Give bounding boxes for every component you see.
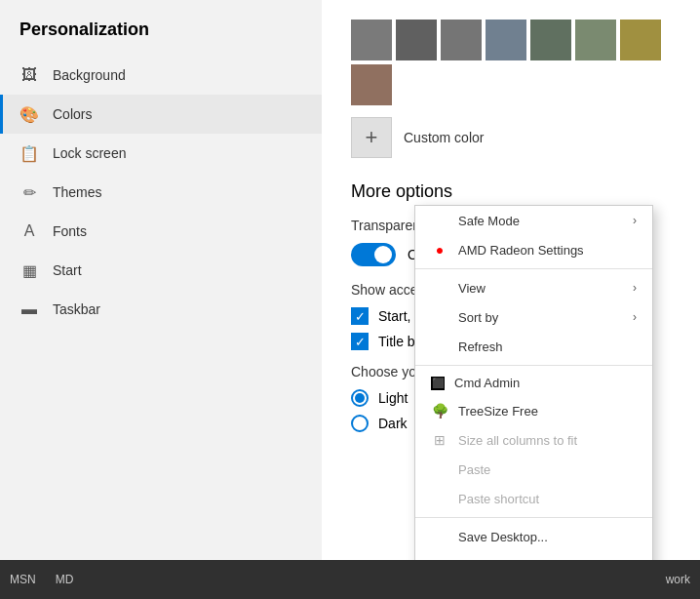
taskbar-right: work <box>666 573 690 586</box>
sidebar-label-colors: Colors <box>53 106 92 122</box>
ctx-refresh[interactable]: Refresh <box>415 332 652 361</box>
ctx-size-columns-label: Size all columns to fit <box>458 433 577 448</box>
ctx-paste: Paste <box>415 455 652 484</box>
radio-light-label: Light <box>378 390 408 406</box>
ctx-paste-shortcut-label: Paste shortcut <box>458 492 539 506</box>
color-swatches <box>351 20 671 105</box>
color-swatch[interactable] <box>441 20 482 60</box>
color-swatch[interactable] <box>351 20 392 60</box>
ctx-cmd-admin[interactable]: ⬛ Cmd Admin <box>415 370 652 396</box>
taskbar-msn: MSN <box>10 573 36 586</box>
ctx-separator-3 <box>415 517 652 518</box>
ctx-restore-desktop-label: Restore Desktop <box>458 559 553 561</box>
checkbox-title[interactable] <box>351 333 369 350</box>
ctx-cmd-admin-label: Cmd Admin <box>454 376 520 390</box>
amd-icon: ● <box>431 241 448 259</box>
refresh-icon <box>431 338 448 355</box>
sidebar-label-lockscreen: Lock screen <box>53 145 126 161</box>
radio-dark-label: Dark <box>378 416 408 431</box>
start-icon: ▦ <box>19 260 39 280</box>
ctx-sort-by[interactable]: Sort by › <box>415 302 652 332</box>
ctx-paste-shortcut: Paste shortcut <box>415 484 652 513</box>
radio-dark[interactable] <box>351 415 369 432</box>
main-content: Personalization 🖼 Background 🎨 Colors 📋 … <box>0 0 700 560</box>
ctx-treesize-label: TreeSize Free <box>458 404 538 419</box>
safe-mode-icon <box>431 212 448 229</box>
ctx-size-columns: ⊞ Size all columns to fit <box>415 425 652 455</box>
paste-shortcut-icon <box>431 490 448 507</box>
custom-color-box: + <box>351 117 392 158</box>
sidebar-item-themes[interactable]: ✏ Themes <box>0 173 322 212</box>
ctx-paste-label: Paste <box>458 462 490 477</box>
color-swatch[interactable] <box>396 20 437 60</box>
taskbar-network: work <box>666 573 690 586</box>
restore-desktop-icon <box>431 557 448 560</box>
cmd-admin-icon: ⬛ <box>431 377 445 390</box>
color-swatch[interactable] <box>351 64 392 105</box>
view-icon <box>431 279 448 297</box>
sidebar-item-start[interactable]: ▦ Start <box>0 251 322 290</box>
ctx-save-desktop[interactable]: Save Desktop... <box>415 522 652 551</box>
custom-color-button[interactable]: + Custom color <box>351 117 671 158</box>
size-columns-icon: ⊞ <box>431 431 448 449</box>
ctx-separator-2 <box>415 365 652 366</box>
sidebar-label-fonts: Fonts <box>53 223 87 239</box>
right-panel: + Custom color More options Transparency… <box>322 0 700 560</box>
sidebar: Personalization 🖼 Background 🎨 Colors 📋 … <box>0 0 322 560</box>
sort-by-icon <box>431 308 448 326</box>
sidebar-label-themes: Themes <box>53 184 102 200</box>
ctx-amd-settings[interactable]: ● AMD Radeon Settings <box>415 235 652 264</box>
ctx-treesize[interactable]: 🌳 TreeSize Free <box>415 396 652 425</box>
radio-light[interactable] <box>351 389 369 407</box>
ctx-safe-mode-label: Safe Mode <box>458 214 520 228</box>
ctx-view[interactable]: View › <box>415 273 652 302</box>
sidebar-label-taskbar: Taskbar <box>53 301 100 317</box>
sidebar-item-lockscreen[interactable]: 📋 Lock screen <box>0 134 322 173</box>
taskbar-md: MD <box>56 573 74 586</box>
more-options-title: More options <box>351 181 671 202</box>
background-icon: 🖼 <box>19 65 39 85</box>
context-menu: Safe Mode › ● AMD Radeon Settings View › <box>414 205 653 560</box>
ctx-sort-by-arrow: › <box>633 310 637 324</box>
ctx-save-desktop-label: Save Desktop... <box>458 530 548 544</box>
sidebar-item-taskbar[interactable]: ▬ Taskbar <box>0 290 322 329</box>
ctx-view-label: View <box>458 281 486 296</box>
themes-icon: ✏ <box>19 182 39 202</box>
color-swatch[interactable] <box>620 20 661 60</box>
ctx-separator-1 <box>415 268 652 269</box>
taskbar-icon: ▬ <box>19 300 39 319</box>
transparency-toggle[interactable] <box>351 243 396 266</box>
paste-icon <box>431 460 448 478</box>
fonts-icon: A <box>19 221 39 241</box>
save-desktop-icon <box>431 528 448 545</box>
sidebar-title: Personalization <box>0 10 322 56</box>
color-swatch[interactable] <box>486 20 526 60</box>
color-swatch[interactable] <box>575 20 616 60</box>
colors-icon: 🎨 <box>19 104 39 124</box>
ctx-safe-mode-arrow: › <box>633 214 637 227</box>
ctx-view-arrow: › <box>633 281 637 295</box>
lockscreen-icon: 📋 <box>19 143 39 163</box>
ctx-safe-mode[interactable]: Safe Mode › <box>415 206 652 235</box>
sidebar-label-start: Start <box>53 262 82 278</box>
sidebar-label-background: Background <box>53 67 126 83</box>
ctx-sort-by-label: Sort by <box>458 310 498 325</box>
sidebar-item-colors[interactable]: 🎨 Colors <box>0 95 322 134</box>
sidebar-item-fonts[interactable]: A Fonts <box>0 212 322 251</box>
treesize-icon: 🌳 <box>431 402 448 419</box>
taskbar-bar: MSN MD work <box>0 560 700 599</box>
color-swatch[interactable] <box>530 20 571 60</box>
ctx-refresh-label: Refresh <box>458 339 503 354</box>
ctx-restore-desktop[interactable]: Restore Desktop <box>415 551 652 560</box>
ctx-amd-label: AMD Radeon Settings <box>458 243 584 258</box>
sidebar-item-background[interactable]: 🖼 Background <box>0 56 322 95</box>
checkbox-start[interactable] <box>351 307 369 325</box>
custom-color-label: Custom color <box>404 130 484 145</box>
